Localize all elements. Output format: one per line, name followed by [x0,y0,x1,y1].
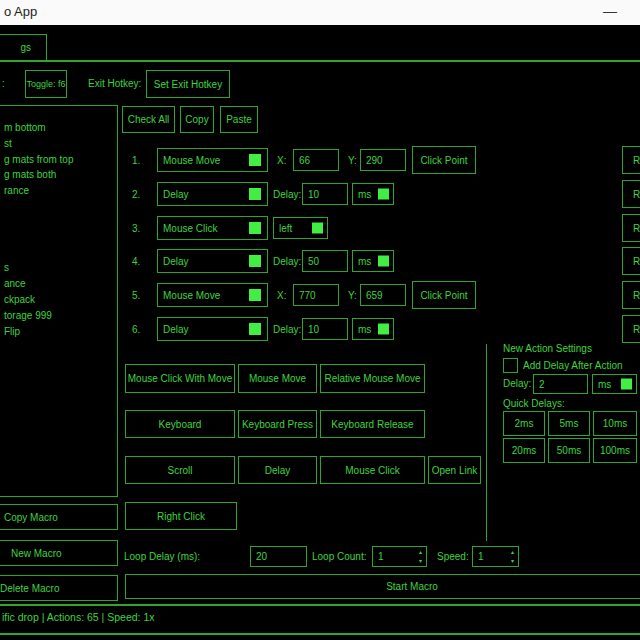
delete-macro-button[interactable]: Delete Macro [0,575,118,601]
nas-unit-value: ms [598,379,611,390]
y-input[interactable]: 659 [360,284,406,306]
add-keyboard-press-button[interactable]: Keyboard Press [238,410,317,438]
unit-dropdown[interactable]: ms [352,318,394,340]
action-index: 5. [132,290,140,301]
remove-action-button[interactable]: R [622,146,640,174]
add-right-click-button[interactable]: Right Click [125,502,237,530]
loop-delay-label: Loop Delay (ms): [124,551,200,562]
start-macro-button[interactable]: Start Macro [125,574,640,599]
window-title: o App [4,4,37,19]
nas-delay-label: Delay: [503,378,531,389]
toggle-hotkey-button[interactable]: Toggle: f6 [25,70,67,98]
stepper-arrows-icon[interactable]: ▴▾ [511,549,514,564]
remove-action-button[interactable]: R [622,247,640,275]
dropdown-indicator-icon [249,154,261,166]
settings-divider [486,344,487,541]
action-type-dropdown[interactable]: Delay [157,317,268,341]
dropdown-indicator-icon [249,289,261,301]
unit-dropdown[interactable]: ms [352,183,394,205]
add-mouse-move-button[interactable]: Mouse Move [238,364,317,393]
tabstrip-divider [0,60,640,62]
add-mouse-click-button[interactable]: Mouse Click [320,456,425,484]
remove-action-button[interactable]: R [622,281,640,309]
action-index: 1. [132,155,140,166]
unit-value: ms [358,256,371,267]
add-mouse-click-with-move-button[interactable]: Mouse Click With Move [125,364,235,393]
macro-list-item[interactable]: st [4,138,12,149]
tab-settings[interactable]: gs [0,34,47,61]
add-keyboard-release-button[interactable]: Keyboard Release [320,410,425,438]
mouse-button-dropdown[interactable]: left [273,217,328,239]
action-type-dropdown[interactable]: Mouse Click [157,216,268,240]
app-window: o App — gs : Toggle: f6 Exit Hotkey: Set… [0,0,640,640]
new-action-settings-title: New Action Settings [503,343,592,354]
add-relative-mouse-move-button[interactable]: Relative Mouse Move [320,364,425,393]
loop-count-stepper[interactable]: 1 ▴▾ [372,546,427,567]
status-text: ific drop | Actions: 65 | Speed: 1x [2,611,155,623]
y-input[interactable]: 290 [360,149,406,171]
quick-delay-10ms-button[interactable]: 10ms [593,411,637,436]
remove-action-button[interactable]: R [622,315,640,343]
copy-macro-button[interactable]: Copy Macro [0,504,118,530]
remove-action-button[interactable]: R [622,214,640,242]
action-type-value: Delay [163,324,189,335]
loop-delay-input[interactable]: 20 [250,546,307,567]
action-type-dropdown[interactable]: Mouse Move [157,283,268,307]
macro-list-item[interactable]: s [4,262,9,273]
action-index: 2. [132,189,140,200]
y-label: Y: [348,155,357,166]
set-exit-hotkey-button[interactable]: Set Exit Hotkey [146,70,230,98]
delay-input[interactable]: 10 [302,318,348,340]
quick-delays-label: Quick Delays: [503,398,565,409]
dropdown-indicator-icon [378,189,389,200]
macro-list-item[interactable]: g mats both [4,169,56,180]
nas-unit-dropdown[interactable]: ms [592,374,637,394]
macro-list-item[interactable]: g mats from top [4,154,73,165]
x-input[interactable]: 770 [293,284,339,306]
action-type-dropdown[interactable]: Mouse Move [157,148,268,172]
unit-dropdown[interactable]: ms [352,250,394,272]
new-macro-button[interactable]: New Macro [0,540,118,566]
quick-delay-5ms-button[interactable]: 5ms [548,411,590,436]
quick-delay-20ms-button[interactable]: 20ms [503,438,545,463]
speed-value: 1 [478,551,484,562]
click-point-button[interactable]: Click Point [412,146,476,174]
x-input[interactable]: 66 [293,149,339,171]
add-scroll-button[interactable]: Scroll [125,456,235,484]
macro-list-item[interactable]: rance [4,185,29,196]
macro-list-item[interactable]: ance [4,278,26,289]
delay-label: Delay: [273,189,301,200]
quick-delay-100ms-button[interactable]: 100ms [593,438,637,463]
dropdown-indicator-icon [621,379,632,390]
add-delay-after-action-checkbox[interactable] [503,358,518,373]
toggle-hotkey-label: : [2,78,5,89]
dropdown-indicator-icon [378,324,389,335]
dropdown-indicator-icon [312,223,323,234]
add-open-link-button[interactable]: Open Link [428,456,481,484]
macro-list-item[interactable]: ckpack [4,294,35,305]
quick-delay-50ms-button[interactable]: 50ms [548,438,590,463]
stepper-arrows-icon[interactable]: ▴▾ [419,549,422,564]
speed-stepper[interactable]: 1 ▴▾ [472,546,519,567]
delay-input[interactable]: 10 [302,183,348,205]
unit-value: ms [358,324,371,335]
action-type-dropdown[interactable]: Delay [157,249,268,273]
add-keyboard-button[interactable]: Keyboard [125,410,235,438]
macro-list-item[interactable]: Flip [4,326,20,337]
mouse-button-value: left [279,223,292,234]
check-all-button[interactable]: Check All [122,106,175,133]
nas-delay-input[interactable]: 2 [533,374,588,394]
macro-list-item[interactable]: torage 999 [4,310,52,321]
quick-delay-2ms-button[interactable]: 2ms [503,411,545,436]
tab-settings-label: gs [20,42,31,53]
minimize-icon[interactable]: — [603,3,617,19]
add-delay-button[interactable]: Delay [238,456,317,484]
paste-button[interactable]: Paste [220,106,258,133]
copy-button[interactable]: Copy [180,106,214,133]
delay-input[interactable]: 50 [302,250,348,272]
dropdown-indicator-icon [249,255,261,267]
remove-action-button[interactable]: R [622,180,640,208]
click-point-button[interactable]: Click Point [412,281,476,309]
action-type-dropdown[interactable]: Delay [157,182,268,206]
macro-list-item[interactable]: m bottom [4,122,46,133]
